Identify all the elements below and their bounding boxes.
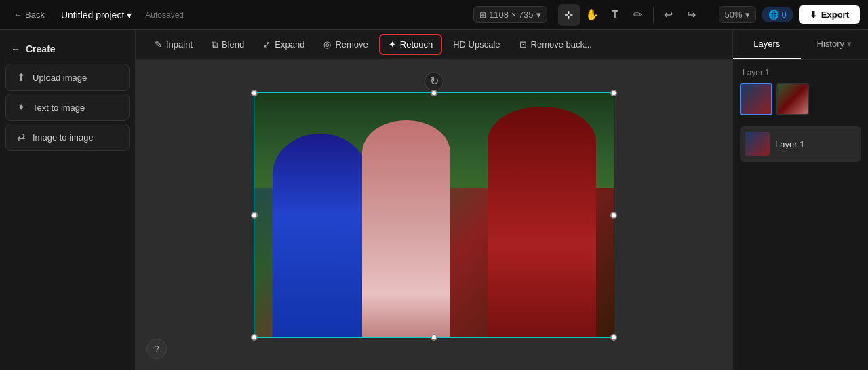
- select-tool-button[interactable]: ⊹: [558, 4, 580, 26]
- inpaint-label: Inpaint: [166, 39, 193, 50]
- tool-strip: ✎ Inpaint ⧉ Blend ⤢ Expand ◎ Remove ✦ Re…: [136, 30, 732, 60]
- history-chevron-icon: ▾: [847, 39, 852, 49]
- remove-back-button[interactable]: ⊡ Remove back...: [511, 35, 600, 54]
- tab-history[interactable]: History ▾: [801, 30, 869, 59]
- text-tool-button[interactable]: T: [604, 4, 626, 26]
- handle-bottom-left[interactable]: [251, 334, 258, 341]
- zoom-chevron-icon: ▾: [745, 10, 750, 20]
- title-chevron-icon: ▾: [127, 10, 132, 20]
- canvas-content[interactable]: ↻: [136, 60, 732, 370]
- blend-icon: ⧉: [212, 39, 218, 50]
- remove-label: Remove: [335, 39, 368, 50]
- figure-right: [488, 107, 596, 337]
- hd-upscale-label: HD Upscale: [453, 39, 500, 50]
- right-panel-content: Layer 1 Layer 1: [733, 60, 868, 370]
- undo-button[interactable]: ↩: [658, 4, 679, 26]
- upload-icon: ⬆: [17, 71, 26, 84]
- canvas-image: [254, 93, 614, 337]
- remove-button[interactable]: ◎ Remove: [315, 35, 376, 54]
- remove-back-icon: ⊡: [519, 39, 527, 50]
- handle-top-center[interactable]: [431, 90, 437, 96]
- handle-middle-right[interactable]: [610, 212, 617, 219]
- autosaved-status: Autosaved: [145, 10, 184, 20]
- upload-image-label: Upload image: [33, 73, 87, 83]
- retouch-icon: ✦: [389, 39, 396, 50]
- swap-icon: ⇄: [17, 131, 26, 143]
- project-title[interactable]: Untitled project ▾: [56, 7, 137, 23]
- inpaint-button[interactable]: ✎ Inpaint: [146, 35, 201, 54]
- figure-center: [362, 120, 450, 337]
- export-label: Export: [821, 10, 849, 20]
- zoom-value: 50%: [725, 10, 743, 20]
- inpaint-icon: ✎: [155, 39, 162, 50]
- layer-section-label: Layer 1: [740, 68, 861, 77]
- expand-label: Expand: [275, 39, 304, 50]
- figure-left: [273, 134, 368, 337]
- hd-upscale-button[interactable]: HD Upscale: [445, 35, 508, 54]
- sidebar-item-image-to-image[interactable]: ⇄ Image to image: [5, 124, 130, 151]
- layer-list-thumb: [745, 132, 770, 156]
- globe-icon: 🌐: [768, 10, 779, 20]
- sidebar-item-upload-image[interactable]: ⬆ Upload image: [5, 64, 130, 91]
- redo-button[interactable]: ↪: [681, 4, 703, 26]
- sidebar-item-text-to-image[interactable]: ✦ Text to image: [5, 94, 130, 121]
- dimensions-display[interactable]: ⊞ 1108 × 735 ▾: [473, 6, 547, 23]
- back-label: Back: [25, 10, 45, 20]
- export-button[interactable]: ⬇ Export: [799, 5, 860, 24]
- hand-tool-button[interactable]: ✋: [581, 4, 603, 26]
- handle-middle-left[interactable]: [251, 212, 258, 219]
- dimensions-chevron-icon: ▾: [536, 10, 541, 20]
- rotate-handle[interactable]: ↻: [425, 72, 443, 91]
- topbar-right: 50% ▾ 🌐 0 ⬇ Export: [719, 5, 860, 24]
- sidebar-arrow-icon: ←: [11, 43, 20, 54]
- blend-button[interactable]: ⧉ Blend: [203, 35, 252, 54]
- handle-top-left[interactable]: [251, 90, 258, 96]
- main-layout: ← Create ⬆ Upload image ✦ Text to image …: [0, 30, 868, 370]
- canvas-image-container: [254, 92, 614, 338]
- layer-thumb-1[interactable]: [740, 83, 772, 115]
- back-button[interactable]: ← Back: [8, 7, 50, 22]
- credits-button[interactable]: 🌐 0: [762, 7, 793, 22]
- zoom-control[interactable]: 50% ▾: [719, 6, 756, 23]
- topbar: ← Back Untitled project ▾ Autosaved ⊞ 11…: [0, 0, 868, 30]
- layer-list-item-1[interactable]: Layer 1: [740, 126, 861, 162]
- retouch-button[interactable]: ✦ Retouch: [379, 34, 442, 55]
- handle-bottom-center[interactable]: [431, 334, 437, 341]
- resize-icon: ⊞: [479, 10, 486, 20]
- sparkle-icon: ✦: [17, 101, 26, 113]
- handle-bottom-right[interactable]: [610, 334, 617, 341]
- help-icon: ?: [154, 344, 159, 354]
- credits-value: 0: [782, 10, 787, 20]
- expand-button[interactable]: ⤢ Expand: [255, 35, 313, 54]
- layers-tab-label: Layers: [753, 39, 780, 49]
- tool-group: ⊹ ✋ T ✏ ↩ ↪: [558, 4, 703, 26]
- layer-thumb-1-img: [741, 84, 771, 114]
- text-to-image-label: Text to image: [33, 103, 85, 113]
- remove-back-label: Remove back...: [531, 39, 592, 50]
- history-tab-label: History: [817, 39, 844, 49]
- right-sidebar: Layers History ▾ Layer 1 Layer 1: [732, 30, 868, 370]
- rotate-icon: ↻: [430, 75, 439, 88]
- handle-top-right[interactable]: [610, 90, 617, 96]
- sidebar-title-text: Create: [26, 43, 56, 54]
- retouch-label: Retouch: [400, 39, 433, 50]
- title-text: Untitled project: [61, 10, 124, 20]
- tool-divider: [653, 7, 654, 23]
- left-sidebar: ← Create ⬆ Upload image ✦ Text to image …: [0, 30, 136, 370]
- back-arrow-icon: ←: [14, 10, 22, 20]
- layer-thumb-2-img: [778, 84, 808, 114]
- right-tabs: Layers History ▾: [733, 30, 868, 60]
- expand-icon: ⤢: [263, 39, 271, 50]
- export-download-icon: ⬇: [810, 10, 817, 20]
- help-button[interactable]: ?: [146, 339, 167, 359]
- blend-label: Blend: [222, 39, 244, 50]
- tab-layers[interactable]: Layers: [733, 30, 801, 59]
- remove-icon: ◎: [323, 39, 331, 50]
- dimensions-value: 1108 × 735: [489, 10, 533, 20]
- pen-tool-button[interactable]: ✏: [627, 4, 649, 26]
- layer-thumb-2[interactable]: [776, 83, 809, 115]
- layer-list-label: Layer 1: [775, 139, 804, 149]
- image-to-image-label: Image to image: [33, 132, 94, 143]
- canvas-area: ✎ Inpaint ⧉ Blend ⤢ Expand ◎ Remove ✦ Re…: [136, 30, 732, 370]
- layer-thumbnails: [740, 83, 861, 115]
